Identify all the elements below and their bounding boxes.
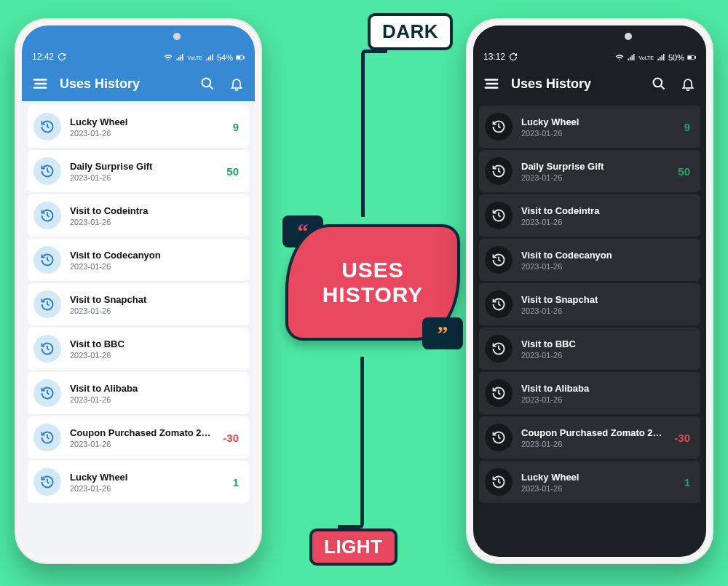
item-date: 2023-01-26	[70, 306, 230, 315]
list-item[interactable]: Coupon Purchased Zomato 25% OFF2023-01-2…	[479, 416, 700, 459]
item-date: 2023-01-26	[70, 173, 218, 182]
signal-icon	[175, 53, 184, 62]
history-avatar	[33, 468, 61, 496]
battery-icon	[687, 53, 696, 62]
hamburger-icon	[483, 76, 499, 92]
svg-point-14	[654, 79, 662, 87]
item-date: 2023-01-26	[521, 173, 669, 182]
item-title: Visit to Codecanyon	[521, 250, 681, 261]
item-title: Lucky Wheel	[70, 116, 224, 127]
item-title: Visit to Codecanyon	[70, 250, 230, 261]
item-date: 2023-01-26	[70, 484, 224, 493]
sync-icon	[58, 52, 66, 61]
history-icon	[491, 341, 506, 356]
status-bar: 13:12 VoLTE 50%	[473, 25, 706, 66]
search-button[interactable]	[649, 74, 668, 93]
search-button[interactable]	[198, 74, 217, 93]
page-title: Uses History	[511, 76, 639, 92]
list-item[interactable]: Lucky Wheel2023-01-261	[28, 461, 249, 504]
quote-close-icon: ”	[422, 317, 463, 349]
list-item[interactable]: Daily Surprise Gift2023-01-2650	[28, 150, 249, 193]
history-avatar	[485, 424, 513, 451]
item-value: 9	[684, 121, 695, 133]
history-icon	[40, 208, 55, 223]
history-avatar	[485, 468, 513, 496]
item-title: Visit to Snapchat	[70, 294, 230, 305]
item-title: Visit to Alibaba	[521, 383, 681, 394]
history-avatar	[485, 335, 513, 363]
list-item[interactable]: Daily Surprise Gift2023-01-2650	[479, 150, 700, 193]
history-list[interactable]: Lucky Wheel2023-01-269Daily Surprise Gif…	[22, 101, 255, 557]
history-icon	[40, 253, 55, 267]
list-item[interactable]: Lucky Wheel2023-01-269	[28, 106, 249, 149]
signal-icon-2	[657, 53, 665, 62]
center-title-line2: HISTORY	[323, 282, 424, 308]
list-item[interactable]: Visit to Snapchat2023-01-26	[479, 283, 700, 326]
item-value: 9	[233, 121, 243, 133]
history-avatar	[485, 246, 513, 274]
status-bar: 12:42 VoLTE 54%	[22, 25, 255, 66]
list-item[interactable]: Lucky Wheel2023-01-261	[479, 461, 700, 504]
list-item[interactable]: Visit to Alibaba2023-01-26	[28, 372, 249, 415]
svg-line-15	[661, 86, 665, 90]
app-header: Uses History	[22, 66, 255, 101]
history-icon	[40, 164, 55, 178]
history-list[interactable]: Lucky Wheel2023-01-269Daily Surprise Gif…	[473, 101, 706, 557]
item-date: 2023-01-26	[70, 262, 230, 271]
list-item[interactable]: Visit to BBC2023-01-26	[28, 328, 249, 371]
menu-button[interactable]	[31, 74, 50, 93]
history-icon	[40, 341, 55, 356]
connector-bottom	[338, 357, 364, 528]
item-title: Visit to Codeintra	[521, 205, 681, 216]
battery-icon	[236, 53, 245, 62]
history-avatar	[485, 379, 513, 407]
status-battery-pct: 54%	[217, 53, 233, 62]
list-item[interactable]: Lucky Wheel2023-01-269	[479, 106, 700, 149]
history-avatar	[33, 424, 61, 451]
center-title-line1: USES	[341, 258, 404, 283]
history-icon	[491, 208, 506, 223]
item-title: Lucky Wheel	[521, 116, 676, 127]
notifications-button[interactable]	[678, 74, 697, 93]
item-date: 2023-01-26	[521, 440, 665, 448]
wifi-icon	[164, 53, 173, 62]
theme-label-dark: DARK	[368, 13, 453, 50]
item-date: 2023-01-26	[521, 129, 676, 138]
list-item[interactable]: Visit to Codecanyon2023-01-26	[28, 239, 249, 282]
history-icon	[40, 475, 55, 489]
item-value: 50	[678, 165, 695, 178]
item-date: 2023-01-26	[70, 218, 230, 226]
item-date: 2023-01-26	[70, 129, 224, 138]
wifi-icon	[615, 53, 624, 62]
item-title: Visit to Snapchat	[521, 294, 681, 305]
list-item[interactable]: Visit to Codecanyon2023-01-26	[479, 239, 700, 282]
screen-light: 12:42 VoLTE 54% Uses History	[22, 25, 255, 557]
signal-icon	[627, 53, 636, 62]
notifications-button[interactable]	[227, 74, 246, 93]
svg-rect-1	[244, 57, 245, 59]
svg-rect-9	[695, 57, 696, 59]
page-title: Uses History	[60, 76, 188, 92]
item-date: 2023-01-26	[521, 218, 681, 226]
item-date: 2023-01-26	[70, 351, 230, 360]
history-avatar	[33, 246, 61, 274]
item-title: Visit to BBC	[521, 338, 681, 349]
search-icon	[200, 76, 215, 91]
list-item[interactable]: Visit to Codeintra2023-01-26	[28, 194, 249, 237]
center-badge: “ USES HISTORY ”	[285, 217, 460, 348]
list-item[interactable]: Visit to Alibaba2023-01-26	[479, 372, 700, 415]
history-icon	[491, 297, 506, 312]
history-avatar	[33, 202, 61, 229]
list-item[interactable]: Visit to BBC2023-01-26	[479, 328, 700, 371]
history-avatar	[33, 379, 61, 407]
menu-button[interactable]	[482, 74, 501, 93]
list-item[interactable]: Visit to Snapchat2023-01-26	[28, 283, 249, 326]
item-title: Lucky Wheel	[70, 472, 224, 483]
item-value: 50	[226, 165, 243, 178]
history-avatar	[485, 157, 513, 185]
status-volte: VoLTE	[638, 55, 654, 60]
svg-rect-2	[237, 56, 240, 59]
list-item[interactable]: Visit to Codeintra2023-01-26	[479, 194, 700, 237]
connector-top	[361, 50, 387, 217]
list-item[interactable]: Coupon Purchased Zomato 25% OFF2023-01-2…	[28, 416, 249, 459]
